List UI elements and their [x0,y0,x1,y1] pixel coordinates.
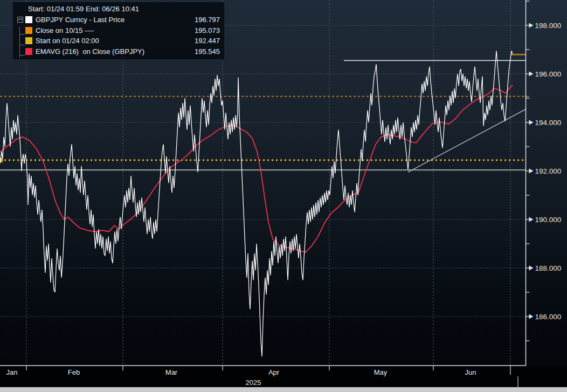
legend-item-label: EMAVG (216) on Close (GBPJPY) [36,46,144,57]
x-axis-year-label: 2025 [246,379,261,387]
legend-item-close-line[interactable]: Close on 10/15 ---- 195.073 [17,25,220,36]
trend-line[interactable] [408,109,526,172]
x-axis-band [0,366,567,388]
y-axis-label: 198.000 [535,22,562,30]
legend-item-value: 192.447 [195,36,220,46]
legend-tree-stub [19,45,25,45]
y-axis-label: 196.000 [535,70,562,78]
y-tick-arrow-icon [529,266,534,271]
y-axis-label: 188.000 [535,264,562,272]
legend-item-value: 195.073 [195,25,220,36]
close-line-swatch-icon [25,27,32,34]
legend-item-emavg[interactable]: EMAVG (216) on Close (GBPJPY) 195.545 [17,46,220,57]
legend-item-start-line[interactable]: Start on 01/24 02:00 192.447 [17,36,220,46]
chart-legend: Start: 01/24 01:59 End: 06/26 10:41 GBPJ… [12,2,225,60]
legend-item-value: 196.797 [195,15,220,25]
x-axis-label: Jun [465,368,476,376]
tree-collapse-icon[interactable] [17,17,23,23]
legend-tree-stub [19,34,25,35]
y-axis-label: 190.000 [535,216,562,224]
x-axis-label: Jan [6,368,18,376]
y-tick-arrow-icon [529,314,534,319]
emavg-line[interactable] [0,85,513,252]
y-axis-label: 192.000 [535,167,562,175]
y-axis-label: 194.000 [535,119,562,127]
emavg-swatch-icon [25,48,32,55]
legend-item-label: Close on 10/15 ---- [36,25,94,36]
y-tick-arrow-icon [529,72,534,77]
legend-item-value: 195.545 [195,46,220,57]
start-line-swatch-icon [25,37,32,44]
y-axis-label: 186.000 [535,313,562,321]
y-tick-arrow-icon [529,23,534,28]
legend-tree-stub [19,55,25,56]
bloomberg-chart-window: 198.000196.000194.000192.000190.000188.0… [0,0,567,392]
legend-range-label: Start: 01/24 01:59 End: 06/26 10:41 [17,4,220,15]
y-tick-arrow-icon [529,217,534,222]
y-tick-arrow-icon [529,120,534,125]
x-axis-label: Mar [165,368,178,376]
x-axis-label: Apr [268,368,280,376]
last-price-swatch-icon [25,16,32,23]
window-bottom-edge [0,387,567,392]
x-axis-label: Feb [68,368,80,376]
x-axis-label: May [374,368,388,376]
y-tick-arrow-icon [529,169,534,174]
legend-item-label: GBPJPY Curncy - Last Price [36,15,125,25]
legend-tree-rail [19,27,20,58]
legend-item-label: Start on 01/24 02:00 [36,36,99,46]
legend-item-last-price[interactable]: GBPJPY Curncy - Last Price 196.797 [17,15,220,25]
